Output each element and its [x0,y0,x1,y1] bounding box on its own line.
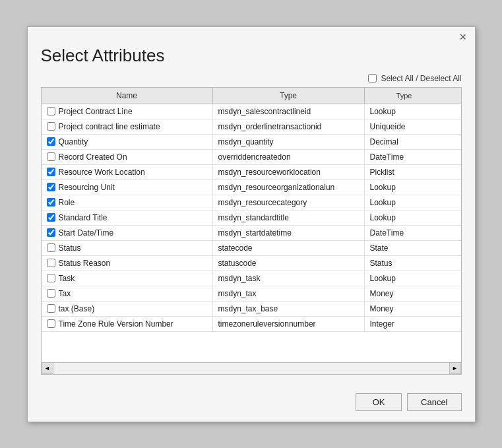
name-cell: Tax [42,286,213,301]
row-name-label: Start Date/Time [59,228,114,238]
row-type: Lookup [365,180,444,195]
table-header: Name Type Type [42,88,461,104]
row-checkbox[interactable] [47,183,55,191]
row-checkbox[interactable] [47,243,55,252]
row-type: State [365,241,444,255]
row-type: Integer [365,317,444,331]
header-type: Type [365,88,444,104]
table-row: Taxmsdyn_taxMoney [42,286,461,302]
row-checkbox[interactable] [47,107,55,115]
row-type-id: msdyn_resourceworklocation [213,165,365,179]
row-checkbox[interactable] [47,137,55,146]
row-name-label: tax (Base) [59,304,95,313]
scroll-track [53,363,449,374]
row-type: Money [365,302,444,316]
select-all-label: Select All / Deselect All [381,74,461,83]
row-type-id: statuscode [213,256,365,271]
table-row: Start Date/Timemsdyn_startdatetimeDateTi… [42,226,461,241]
name-cell: Start Date/Time [42,226,213,240]
cancel-button[interactable]: Cancel [407,393,461,411]
header-type-id: Type [213,88,365,104]
row-name-label: Resourcing Unit [59,183,115,192]
row-checkbox[interactable] [47,274,55,282]
row-checkbox[interactable] [47,304,55,313]
row-name-label: Record Created On [59,152,127,162]
row-checkbox[interactable] [47,228,55,237]
row-checkbox[interactable] [47,122,55,131]
row-type-id: msdyn_standardtitle [213,210,365,225]
table-row: Resource Work Locationmsdyn_resourcework… [42,165,461,180]
row-type-id: statecode [213,241,365,255]
row-type-id: timezoneruleversionnumber [213,317,365,331]
row-type: Lookup [365,104,444,119]
row-name-label: Task [59,274,75,283]
row-checkbox[interactable] [47,168,55,176]
table-row: Standard Titlemsdyn_standardtitleLookup [42,210,461,226]
row-type: Lookup [365,271,444,286]
row-type-id: msdyn_resourcecategory [213,195,365,210]
row-name-label: Quantity [59,137,88,146]
table-row: Project Contract Linemsdyn_salescontract… [42,104,461,119]
dialog-body: Select Attributes Select All / Deselect … [28,43,475,385]
table-scroll-area[interactable]: Project Contract Linemsdyn_salescontract… [42,104,461,362]
row-name-label: Standard Title [59,213,108,222]
scroll-right-button[interactable]: ► [449,362,461,374]
select-all-row: Select All / Deselect All [41,74,462,83]
row-checkbox[interactable] [47,319,55,328]
row-checkbox[interactable] [47,289,55,298]
row-name-label: Project Contract Line [59,107,133,116]
row-name-label: Status [59,243,81,253]
row-type: Picklist [365,165,444,179]
title-bar: ✕ [28,27,475,43]
row-checkbox[interactable] [47,198,55,207]
row-type: DateTime [365,226,444,240]
row-checkbox[interactable] [47,259,55,267]
table-row: Taskmsdyn_taskLookup [42,271,461,286]
name-cell: Resource Work Location [42,165,213,179]
name-cell: Task [42,271,213,286]
name-cell: Status [42,241,213,255]
name-cell: Project contract line estimate [42,119,213,134]
row-name-label: Project contract line estimate [59,122,160,131]
name-cell: Resourcing Unit [42,180,213,195]
table-row: tax (Base)msdyn_tax_baseMoney [42,302,461,317]
row-type: Status [365,256,444,271]
attributes-table: Name Type Type Project Contract Linemsdy… [41,87,462,375]
row-type: Money [365,286,444,301]
table-row: Status ReasonstatuscodeStatus [42,256,461,271]
table-row: Time Zone Rule Version Numbertimezonerul… [42,317,461,332]
row-type: DateTime [365,150,444,164]
row-checkbox[interactable] [47,213,55,222]
row-type: Lookup [365,195,444,210]
row-type-id: msdyn_salescontractlineid [213,104,365,119]
ok-button[interactable]: OK [356,393,402,411]
row-type-id: overriddencreatedon [213,150,365,164]
table-row: StatusstatecodeState [42,241,461,256]
table-row: Quantitymsdyn_quantityDecimal [42,135,461,150]
scroll-left-button[interactable]: ◄ [42,362,53,374]
row-type-id: msdyn_task [213,271,365,286]
row-type: Uniqueide [365,119,444,134]
horizontal-scrollbar: ◄ ► [42,362,461,374]
header-name: Name [42,88,213,104]
dialog-title: Select Attributes [41,46,462,66]
table-row: Project contract line estimatemsdyn_orde… [42,119,461,135]
row-type: Decimal [365,135,444,149]
table-row: Record Created OnoverriddencreatedonDate… [42,150,461,165]
row-type-id: msdyn_tax [213,286,365,301]
row-type-id: msdyn_tax_base [213,302,365,316]
name-cell: Status Reason [42,256,213,271]
row-checkbox[interactable] [47,152,55,161]
row-name-label: Status Reason [59,259,111,268]
close-button[interactable]: ✕ [456,31,470,43]
name-cell: Record Created On [42,150,213,164]
row-name-label: Tax [59,289,71,298]
row-type-id: msdyn_quantity [213,135,365,149]
select-all-checkbox[interactable] [368,74,377,82]
name-cell: Standard Title [42,210,213,225]
name-cell: tax (Base) [42,302,213,316]
row-name-label: Time Zone Rule Version Number [59,319,173,329]
name-cell: Quantity [42,135,213,149]
row-type-id: msdyn_orderlinetransactionid [213,119,365,134]
row-type-id: msdyn_resourceorganizationalun [213,180,365,195]
